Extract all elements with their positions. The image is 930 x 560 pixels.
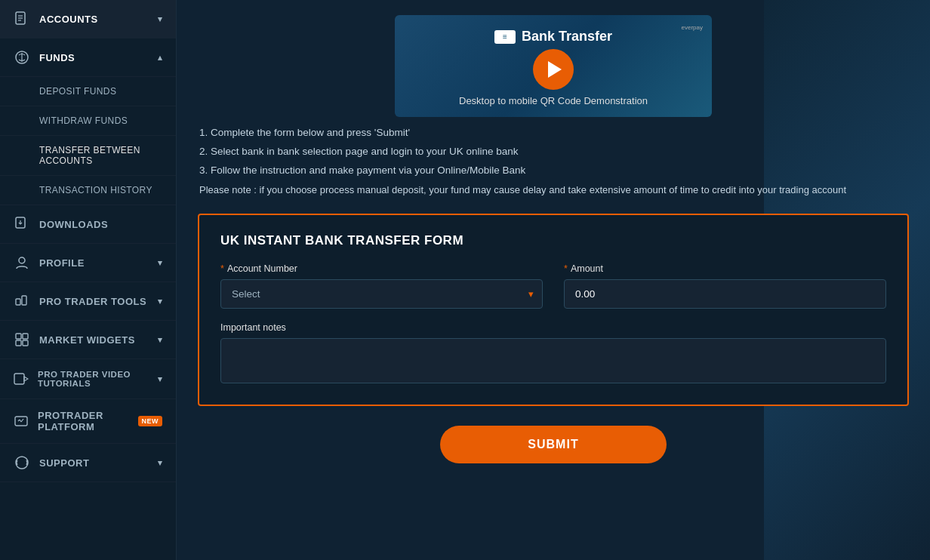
- submit-button[interactable]: SUBMIT: [440, 426, 667, 463]
- instruction-2: 2. Select bank in bank selection page an…: [199, 143, 907, 161]
- instruction-3: 3. Follow the instruction and make payme…: [199, 162, 907, 180]
- svg-rect-9: [22, 296, 26, 305]
- funds-icon: [14, 49, 30, 66]
- important-notes-textarea[interactable]: [220, 338, 886, 383]
- everpay-logo: everpay: [682, 24, 703, 31]
- sidebar-item-market-widgets[interactable]: MARKET WIDGETS ▾: [0, 321, 176, 359]
- submit-area: SUBMIT: [177, 418, 930, 478]
- sidebar-item-accounts[interactable]: ACCOUNTS ▾: [0, 0, 176, 38]
- sidebar-item-market-widgets-label: MARKET WIDGETS: [39, 334, 135, 346]
- chevron-down-icon: ▾: [158, 297, 163, 306]
- sidebar-item-funds-label: FUNDS: [39, 52, 75, 63]
- profile-icon: [14, 254, 30, 271]
- sidebar-item-profile-label: PROFILE: [39, 257, 85, 269]
- account-number-label: *Account Number: [220, 263, 543, 274]
- widgets-icon: [14, 331, 30, 348]
- tools-icon: [14, 293, 30, 309]
- important-notes-group: Important notes: [220, 322, 886, 383]
- platform-icon: [14, 413, 29, 429]
- play-button[interactable]: [533, 49, 574, 90]
- sidebar: ACCOUNTS ▾ FUNDS ▴ DEPOSIT FUNDS WITHDRA…: [0, 0, 177, 560]
- svg-rect-10: [16, 334, 21, 339]
- amount-group: *Amount: [564, 263, 886, 309]
- form-row-account-amount: *Account Number Select ▾ *Amount: [220, 263, 886, 309]
- amount-label: *Amount: [564, 263, 886, 274]
- svg-rect-14: [14, 374, 24, 384]
- download-icon: [14, 216, 30, 232]
- svg-rect-11: [23, 334, 28, 339]
- sidebar-item-protrader-platform[interactable]: PROTRADER PLATFORM NEW: [0, 399, 176, 444]
- chevron-down-icon: ▾: [158, 258, 163, 268]
- account-number-select[interactable]: Select: [220, 279, 543, 309]
- svg-rect-12: [16, 340, 21, 346]
- sidebar-sub-transfer-between-accounts[interactable]: TRANSFER BETWEEN ACCOUNTS: [0, 136, 176, 176]
- new-badge: NEW: [138, 416, 163, 426]
- instruction-1: 1. Complete the form below and press 'Su…: [199, 125, 907, 142]
- instructions-section: 1. Complete the form below and press 'Su…: [177, 117, 930, 208]
- document-icon: [14, 11, 30, 27]
- bank-transfer-form: UK INSTANT BANK TRANSFER FORM *Account N…: [198, 214, 909, 406]
- chevron-up-icon: ▴: [158, 53, 163, 63]
- sidebar-item-support-label: SUPPORT: [39, 457, 89, 469]
- sidebar-sub-withdraw-funds[interactable]: WITHDRAW FUNDS: [0, 106, 176, 136]
- important-notes-label: Important notes: [220, 322, 886, 333]
- amount-required-star: *: [564, 263, 568, 274]
- video-subtitle: Desktop to mobile QR Code Demonstration: [459, 95, 648, 106]
- svg-rect-8: [16, 299, 20, 305]
- note-text: Please note : if you choose process manu…: [199, 183, 907, 198]
- amount-input[interactable]: [564, 279, 886, 309]
- svg-point-19: [16, 457, 28, 469]
- svg-point-7: [19, 257, 25, 263]
- sidebar-sub-deposit-funds[interactable]: DEPOSIT FUNDS: [0, 77, 176, 106]
- chevron-down-icon: ▾: [158, 458, 163, 468]
- svg-line-18: [21, 419, 23, 422]
- sidebar-item-profile[interactable]: PROFILE ▾: [0, 244, 176, 282]
- sidebar-item-downloads[interactable]: DOWNLOADS: [0, 205, 176, 244]
- sidebar-item-pro-trader-tools-label: PRO TRADER TOOLS: [39, 296, 146, 307]
- chevron-down-icon: ▾: [158, 14, 163, 24]
- main-content: ≡ Bank Transfer Desktop to mobile QR Cod…: [177, 0, 930, 560]
- account-number-select-wrapper: Select ▾: [220, 279, 543, 309]
- video-title: ≡ Bank Transfer: [494, 29, 612, 45]
- sidebar-item-pro-trader-video[interactable]: PRO TRADER VIDEO TUTORIALS ▾: [0, 359, 176, 399]
- chevron-down-icon: ▾: [158, 335, 163, 345]
- sidebar-item-accounts-label: ACCOUNTS: [39, 14, 98, 25]
- support-icon: [14, 454, 30, 471]
- sidebar-item-pro-trader-tools[interactable]: PRO TRADER TOOLS ▾: [0, 282, 176, 321]
- sidebar-item-support[interactable]: SUPPORT ▾: [0, 444, 176, 482]
- svg-rect-13: [23, 340, 28, 346]
- sidebar-item-downloads-label: DOWNLOADS: [39, 219, 108, 230]
- sidebar-sub-transaction-history[interactable]: TRANSACTION HISTORY: [0, 176, 176, 205]
- chevron-down-icon: ▾: [158, 374, 163, 384]
- sidebar-item-pro-trader-video-label: PRO TRADER VIDEO TUTORIALS: [38, 370, 158, 388]
- sidebar-item-funds[interactable]: FUNDS ▴: [0, 38, 176, 77]
- video-icon: [14, 371, 29, 387]
- form-title: UK INSTANT BANK TRANSFER FORM: [220, 233, 886, 248]
- required-star: *: [220, 263, 224, 274]
- sidebar-item-protrader-platform-label: PROTRADER PLATFORM: [38, 410, 138, 432]
- account-number-group: *Account Number Select ▾: [220, 263, 543, 309]
- video-thumbnail[interactable]: ≡ Bank Transfer Desktop to mobile QR Cod…: [395, 15, 712, 117]
- bank-icon: ≡: [494, 30, 516, 44]
